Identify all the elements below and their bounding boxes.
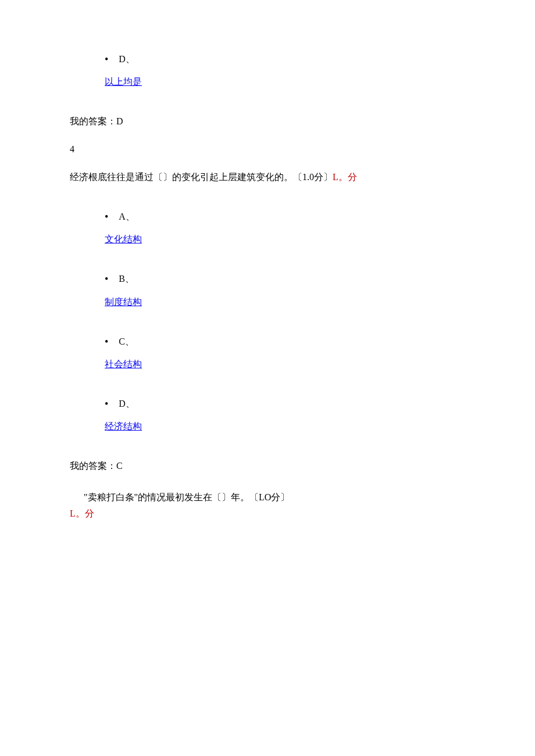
q3-my-answer: 我的答案：D	[70, 114, 465, 128]
q4-option-c-letter: C、	[119, 335, 134, 349]
q5-stem-a: "卖粮打白条"的情况最初发生在〔〕年。〔	[84, 492, 259, 502]
q5-stem: "卖粮打白条"的情况最初发生在〔〕年。〔LO分〕	[84, 490, 465, 504]
q4-stem-e: 。分	[338, 172, 357, 182]
q4-option-a-row: • A、	[105, 210, 465, 224]
q3-my-answer-letter: D	[116, 116, 123, 126]
q4-option-d-letter: D、	[119, 397, 135, 411]
q5-score-b: 。分	[76, 508, 94, 518]
q3-my-answer-label: 我的答案：	[70, 116, 116, 126]
q4-my-answer-letter: C	[116, 461, 123, 471]
q4-option-b-letter: B、	[119, 272, 134, 286]
q5-stem-c: 分〕	[271, 492, 290, 502]
q4-stem-d: L	[333, 172, 338, 182]
bullet-icon: •	[105, 272, 108, 286]
q4-number: 4	[70, 142, 465, 156]
q4-stem-c: 分〕	[314, 172, 333, 182]
bullet-icon: •	[105, 335, 108, 349]
q4-option-d-row: • D、	[105, 397, 465, 411]
q3-option-d-row: • D、	[105, 52, 465, 67]
q3-option-d-link[interactable]: 以上均是	[105, 77, 142, 87]
bullet-icon: •	[105, 52, 108, 67]
q4-option-a-link-row: 文化结构	[105, 232, 465, 246]
q4-option-b-row: • B、	[105, 272, 465, 286]
q3-option-d-letter: D、	[119, 52, 135, 66]
q4-option-d-link-row: 经济结构	[105, 420, 465, 433]
q4-my-answer: 我的答案：C	[70, 459, 465, 473]
q3-option-d-link-row: 以上均是	[105, 75, 465, 89]
q4-option-a-letter: A、	[119, 210, 135, 224]
q5-score: L。分	[70, 507, 465, 521]
q4-stem-a: 经济根底往往是通过〔〕的变化引起上层建筑变化的。〔	[70, 172, 302, 182]
q5-score-a: L	[70, 508, 76, 518]
q4-stem: 经济根底往往是通过〔〕的变化引起上层建筑变化的。〔1.0分〕L。分	[70, 170, 465, 184]
q4-option-a-link[interactable]: 文化结构	[105, 234, 142, 244]
q4-option-b-link[interactable]: 制度结构	[105, 297, 142, 307]
q4-option-c-link[interactable]: 社会结构	[105, 359, 142, 369]
q4-option-d-link[interactable]: 经济结构	[105, 421, 142, 431]
bullet-icon: •	[105, 210, 108, 224]
q4-option-c-row: • C、	[105, 335, 465, 349]
q4-option-c-link-row: 社会结构	[105, 357, 465, 371]
bullet-icon: •	[105, 397, 108, 411]
q4-my-answer-label: 我的答案：	[70, 461, 116, 471]
q5-stem-b: LO	[259, 492, 271, 502]
q4-option-b-link-row: 制度结构	[105, 295, 465, 309]
q4-stem-b: 1.0	[302, 172, 314, 182]
